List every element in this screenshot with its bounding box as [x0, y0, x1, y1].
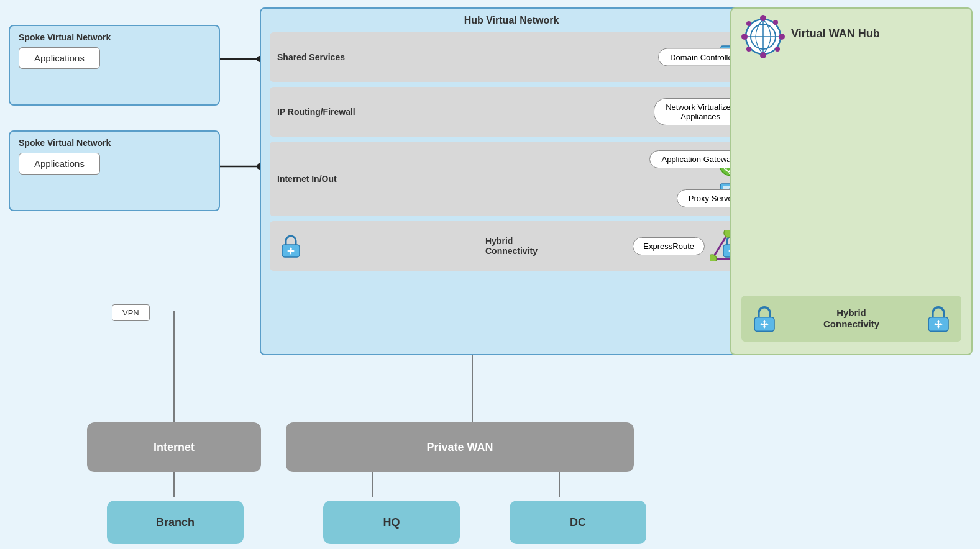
spoke1-app-label: Applications: [34, 53, 85, 63]
hybrid-hub-label: HybridConnectivity: [485, 236, 538, 256]
shared-services-row: Shared Services Domain Controller: [270, 32, 753, 82]
lock-icon-wan2: [923, 303, 954, 334]
wan-hub: Virtual WAN Hub HybridConnectivity: [730, 7, 973, 355]
firewall-label: IP Routing/Firewall: [277, 107, 712, 117]
expressroute-label: ExpressRoute: [643, 242, 694, 251]
internet-label: Internet In/Out: [277, 174, 711, 184]
svg-point-63: [773, 20, 778, 25]
dc-label: DC: [570, 516, 586, 529]
dc-box: DC: [510, 501, 646, 544]
diagram-root: Spoke Virtual Network Applications Spoke…: [0, 0, 980, 549]
branch-label: Branch: [156, 516, 195, 529]
wan-hub-globe-icon: [741, 15, 785, 58]
spoke-vnet-2: Spoke Virtual Network Applications: [9, 130, 220, 211]
spoke2-app-label: Applications: [34, 158, 85, 169]
wan-hub-hybrid: HybridConnectivity: [741, 296, 961, 342]
spoke1-title: Spoke Virtual Network: [19, 32, 210, 42]
svg-point-60: [779, 34, 785, 40]
expressroute-box: ExpressRoute: [633, 237, 705, 255]
spoke1-app-box: Applications: [19, 47, 100, 69]
svg-point-66: [746, 21, 751, 26]
svg-point-65: [746, 47, 751, 52]
vpn-label: VPN: [112, 304, 150, 321]
domain-controller-label: Domain Controller: [670, 53, 735, 62]
wan-hub-title: Virtual WAN Hub: [791, 15, 880, 40]
spoke2-title: Spoke Virtual Network: [19, 138, 210, 148]
svg-point-54: [710, 255, 717, 261]
hub-vnet: Hub Virtual Network Shared Services Doma…: [260, 7, 763, 355]
hybrid-row-hub: ✦ HybridConnectivity: [270, 221, 753, 271]
nva-label: Network VirtualizedAppliances: [666, 102, 735, 121]
svg-point-61: [760, 52, 766, 58]
svg-point-64: [775, 47, 780, 52]
appgateway-label: Application Gateway: [661, 155, 735, 164]
shared-services-label: Shared Services: [277, 52, 712, 62]
hq-box: HQ: [323, 501, 460, 544]
internet-label: Internet: [153, 441, 195, 454]
hq-label: HQ: [383, 516, 400, 529]
proxy-label: Proxy Server: [689, 194, 735, 203]
spoke2-app-box: Applications: [19, 153, 100, 175]
hub-title: Hub Virtual Network: [270, 15, 753, 26]
wan-hybrid-text: HybridConnectivity: [823, 307, 879, 329]
wan-hybrid-label: HybridConnectivity: [790, 307, 913, 330]
vpn-text: VPN: [122, 308, 139, 317]
svg-point-59: [760, 15, 766, 21]
lock-icon-wan1: [749, 303, 780, 334]
lock-icon-vpn: ✦: [277, 232, 305, 260]
spoke-vnet-1: Spoke Virtual Network Applications: [9, 25, 220, 106]
private-wan-label: Private WAN: [426, 441, 493, 454]
firewall-row: IP Routing/Firewall Network VirtualizedA…: [270, 87, 753, 137]
branch-box: Branch: [107, 501, 244, 544]
svg-point-62: [741, 34, 748, 40]
private-wan-box: Private WAN: [286, 422, 634, 472]
internet-row: Internet In/Out: [270, 142, 753, 216]
internet-box: Internet: [87, 422, 261, 472]
wan-hub-header: Virtual WAN Hub: [741, 15, 961, 58]
